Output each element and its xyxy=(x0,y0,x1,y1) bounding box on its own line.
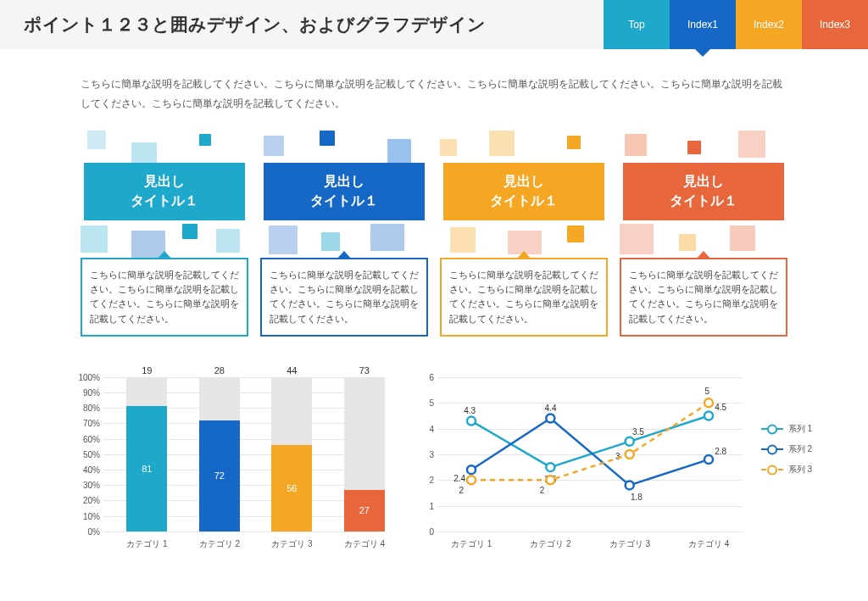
card-title-line2: タイトル１ xyxy=(490,192,558,210)
card-title-line1: 見出し xyxy=(504,172,544,191)
card-title: 見出し タイトル１ xyxy=(623,163,784,220)
y-tick: 0 xyxy=(397,526,434,536)
svg-point-10 xyxy=(626,450,634,459)
card-1: 見出し タイトル１ こちらに簡単な説明を記載してください。こちらに簡単な説明を記… xyxy=(81,131,248,337)
y-tick: 2 xyxy=(397,476,434,485)
x-label: カテゴリ 4 xyxy=(675,538,743,550)
svg-point-4 xyxy=(467,465,476,474)
y-tick: 30% xyxy=(63,481,100,490)
legend-item-3: 系列 3 xyxy=(761,464,812,476)
svg-point-3 xyxy=(704,411,713,420)
card-3: 見出し タイトル１ こちらに簡単な説明を記載してください。こちらに簡単な説明を記… xyxy=(440,131,608,337)
card-body: こちらに簡単な説明を記載してください。こちらに簡単な説明を記載してください。こち… xyxy=(81,258,248,337)
svg-point-0 xyxy=(467,416,476,425)
header: ポイント１２３と囲みデザイン、およびグラフデザイン Top Index1 Ind… xyxy=(0,0,868,49)
y-tick: 0% xyxy=(63,526,100,536)
bar-group: 2773 xyxy=(344,377,385,531)
stacked-bar-chart: 0%10%20%30%40%50%60%70%80%90%100%8119722… xyxy=(59,372,385,567)
card-title: 見出し タイトル１ xyxy=(264,163,425,220)
y-tick: 80% xyxy=(63,403,100,413)
x-label: カテゴリ 1 xyxy=(113,538,181,550)
bar-group: 8119 xyxy=(126,377,167,531)
card-2: 見出し タイトル１ こちらに簡単な説明を記載してください。こちらに簡単な説明を記… xyxy=(260,131,428,337)
intro-text: こちらに簡単な説明を記載してください。こちらに簡単な説明を記載してください。こち… xyxy=(0,49,868,122)
card-4: 見出し タイトル１ こちらに簡単な説明を記載してください。こちらに簡単な説明を記… xyxy=(620,131,787,337)
card-title-line1: 見出し xyxy=(144,172,185,191)
y-tick: 6 xyxy=(397,372,434,381)
svg-point-8 xyxy=(467,476,476,484)
svg-point-9 xyxy=(547,476,555,484)
x-label: カテゴリ 2 xyxy=(186,538,253,550)
x-label: カテゴリ 3 xyxy=(258,538,326,550)
card-body: こちらに簡単な説明を記載してください。こちらに簡単な説明を記載してください。こち… xyxy=(620,258,787,337)
svg-point-2 xyxy=(626,437,634,446)
line-plot-svg xyxy=(437,377,743,531)
y-tick: 4 xyxy=(397,424,434,433)
svg-point-11 xyxy=(704,398,713,407)
y-tick: 1 xyxy=(397,501,434,510)
line-chart: 01234564.32.53.54.52.44.41.82.82235 系列 1… xyxy=(393,372,809,567)
legend-item-2: 系列 2 xyxy=(761,443,812,455)
y-tick: 70% xyxy=(63,419,100,428)
svg-point-7 xyxy=(704,455,713,464)
page-title: ポイント１２３と囲みデザイン、およびグラフデザイン xyxy=(0,0,604,49)
bar-group: 5644 xyxy=(271,377,312,531)
y-tick: 5 xyxy=(397,398,434,408)
card-title: 見出し タイトル１ xyxy=(84,163,245,220)
charts-row: 0%10%20%30%40%50%60%70%80%90%100%8119722… xyxy=(0,352,868,567)
legend-item-1: 系列 1 xyxy=(761,423,812,435)
x-label: カテゴリ 4 xyxy=(331,538,398,550)
card-title-line1: 見出し xyxy=(683,172,724,191)
x-label: カテゴリ 2 xyxy=(517,538,585,550)
x-label: カテゴリ 3 xyxy=(596,538,664,550)
y-tick: 60% xyxy=(63,434,100,443)
card-body: こちらに簡単な説明を記載してください。こちらに簡単な説明を記載してください。こち… xyxy=(260,258,428,337)
y-tick: 40% xyxy=(63,465,100,475)
y-tick: 20% xyxy=(63,496,100,505)
card-body: こちらに簡単な説明を記載してください。こちらに簡単な説明を記載してください。こち… xyxy=(440,258,608,337)
svg-point-5 xyxy=(547,414,555,422)
tab-top[interactable]: Top xyxy=(604,0,670,49)
y-tick: 50% xyxy=(63,449,100,459)
y-tick: 90% xyxy=(63,388,100,398)
tab-index3[interactable]: Index3 xyxy=(802,0,868,49)
card-title: 見出し タイトル１ xyxy=(443,163,604,220)
svg-point-6 xyxy=(626,481,634,489)
bar-group: 7228 xyxy=(199,377,240,531)
y-tick: 3 xyxy=(397,449,434,459)
tab-bar: Top Index1 Index2 Index3 xyxy=(604,0,868,49)
card-title-line2: タイトル１ xyxy=(131,192,198,210)
card-title-line2: タイトル１ xyxy=(670,192,737,210)
card-row: 見出し タイトル１ こちらに簡単な説明を記載してください。こちらに簡単な説明を記… xyxy=(0,122,868,352)
svg-point-1 xyxy=(547,463,555,471)
x-label: カテゴリ 1 xyxy=(437,538,505,550)
y-tick: 100% xyxy=(63,372,100,381)
y-tick: 10% xyxy=(63,511,100,520)
card-title-line2: タイトル１ xyxy=(310,192,378,210)
tab-index1[interactable]: Index1 xyxy=(670,0,736,49)
tab-index2[interactable]: Index2 xyxy=(736,0,802,49)
card-title-line1: 見出し xyxy=(324,172,364,191)
legend: 系列 1 系列 2 系列 3 xyxy=(761,423,812,484)
